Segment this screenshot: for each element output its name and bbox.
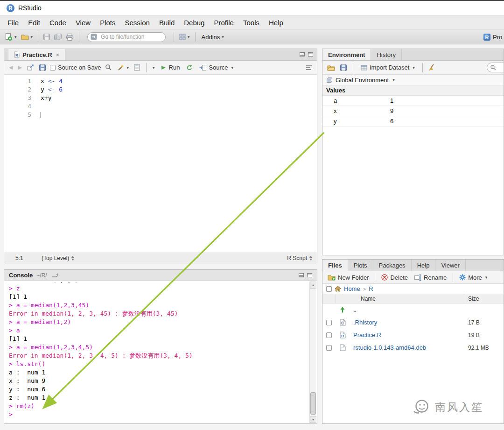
checkbox-cell [322,345,336,351]
environment-search-input[interactable] [498,63,504,71]
menu-item-code[interactable]: Code [45,19,71,27]
run-button[interactable]: Run [158,63,182,72]
tab-help[interactable]: Help [412,260,436,271]
environment-scope-label: Global Environment [336,77,389,84]
column-size[interactable]: Size [468,296,479,302]
save-all-button[interactable] [53,33,63,42]
breadcrumb-current[interactable]: R [369,285,373,292]
tab-practice-r[interactable]: R Practice.R × [8,49,65,60]
maximize-pane-icon[interactable] [308,52,313,56]
maximize-pane-icon[interactable] [307,273,312,277]
load-workspace-button[interactable] [326,63,336,72]
file-name[interactable]: rstudio-1.0.143-amd64.deb [350,344,462,351]
tab-plots[interactable]: Plots [348,260,373,271]
file-checkbox[interactable] [326,345,332,351]
menu-item-plots[interactable]: Plots [95,19,120,27]
menu-item-debug[interactable]: Debug [179,19,209,27]
source-button[interactable]: Source ▾ [197,63,236,72]
tab-files[interactable]: Files [322,260,348,271]
project-icon: R [483,34,490,41]
console-scrollbar[interactable]: ▲ ▼ [309,282,316,423]
back-icon[interactable]: ◀ [8,64,14,70]
toolbar-separator [79,32,79,42]
tab-history[interactable]: History [371,49,401,60]
scrollbar-thumb[interactable] [310,392,316,415]
save-button[interactable] [42,33,51,41]
menu-item-profile[interactable]: Profile [209,19,238,27]
more-label: More [468,274,482,281]
forward-icon[interactable]: ▶ [17,64,22,70]
environment-toolbar: Import Dataset ▾ [322,61,504,75]
run-label: Run [169,64,180,71]
code-text: y <- 6 [41,85,63,94]
new-project-button[interactable]: ▾ [20,33,34,41]
addins-button[interactable]: Addins ▾ [200,33,225,42]
file-checkbox[interactable] [326,332,332,338]
find-replace-button[interactable] [104,63,113,72]
menu-item-tools[interactable]: Tools [238,19,264,27]
select-all-checkbox[interactable] [326,286,332,292]
source-on-save-checkbox[interactable] [50,65,56,70]
minimize-pane-icon[interactable] [300,52,305,56]
environment-search[interactable] [487,63,504,72]
scroll-down-icon[interactable]: ▼ [310,416,316,423]
compile-report-button[interactable] [133,63,141,72]
tab-packages[interactable]: Packages [373,260,412,271]
goto-file-search[interactable] [87,32,166,42]
save-workspace-button[interactable] [339,63,348,72]
column-name[interactable]: Name [361,296,376,302]
document-outline-button[interactable] [305,64,313,71]
clear-workspace-button[interactable] [428,63,437,72]
file-name[interactable]: Practice.R [350,331,462,338]
console-output[interactable]: > z = median(1,2,3)> z[1] 1> a = median(… [4,281,309,423]
new-file-button[interactable]: ▾ [4,32,18,42]
menu-item-help[interactable]: Help [264,19,288,27]
environment-scope-selector[interactable]: Global Environment ▾ [322,75,504,85]
tab-environment[interactable]: Environment [322,49,371,60]
svg-text:R: R [15,53,18,57]
close-tab-icon[interactable]: × [56,51,60,58]
menu-item-build[interactable]: Build [154,19,179,27]
file-checkbox[interactable] [326,320,332,325]
menu-item-edit[interactable]: Edit [23,19,45,27]
more-button[interactable]: More ▾ [457,273,490,282]
environment-variable-row[interactable]: a1 [322,96,504,106]
scroll-up-icon[interactable]: ▲ [310,282,316,289]
file-row[interactable]: rstudio-1.0.143-amd64.deb92.1 MB [322,341,504,354]
environment-variable-row[interactable]: y6 [322,116,504,127]
code-editor[interactable]: 1x <- 42y <- 63x+y45 [4,75,317,253]
import-dataset-label: Import Dataset [370,64,409,71]
file-row[interactable]: .. [322,303,504,316]
run-options-icon[interactable]: ▾ [153,65,155,70]
file-size: 92.1 MB [462,345,500,351]
print-button[interactable] [65,33,75,42]
code-tools-button[interactable]: ▾ [116,63,130,72]
new-folder-button[interactable]: New Folder [325,273,371,282]
goto-file-input[interactable] [100,33,162,41]
save-document-button[interactable] [38,63,47,72]
breadcrumb-home[interactable]: Home [344,285,360,292]
project-selector[interactable]: R Pro [481,30,504,44]
rename-button[interactable]: Rename [412,273,449,282]
menu-item-session[interactable]: Session [120,19,154,27]
gear-icon [459,274,466,281]
minimize-pane-icon[interactable] [299,273,304,277]
panes-layout-button[interactable]: ▾ [178,33,191,41]
environment-pane: EnvironmentHistory Import Dataset ▾ [322,49,504,255]
open-in-new-window-button[interactable] [26,63,35,71]
menu-item-file[interactable]: File [3,19,23,27]
tab-viewer[interactable]: Viewer [435,260,466,271]
scope-selector[interactable]: (Top Level) [42,255,74,261]
delete-button[interactable]: Delete [379,273,410,282]
environment-variable-row[interactable]: x9 [322,106,504,116]
source-on-save-toggle[interactable]: Source on Save [50,64,101,71]
doc-type-selector[interactable]: R Script [287,255,312,261]
goto-directory-button[interactable] [51,272,60,279]
rerun-button[interactable] [185,63,194,72]
file-row[interactable]: RPractice.R19 B [322,329,504,341]
file-row[interactable]: .Rhistory17 B [322,316,504,329]
import-dataset-button[interactable]: Import Dataset ▾ [358,63,417,72]
menu-item-view[interactable]: View [71,19,95,27]
broom-icon [429,64,436,71]
file-name[interactable]: .Rhistory [350,319,462,326]
